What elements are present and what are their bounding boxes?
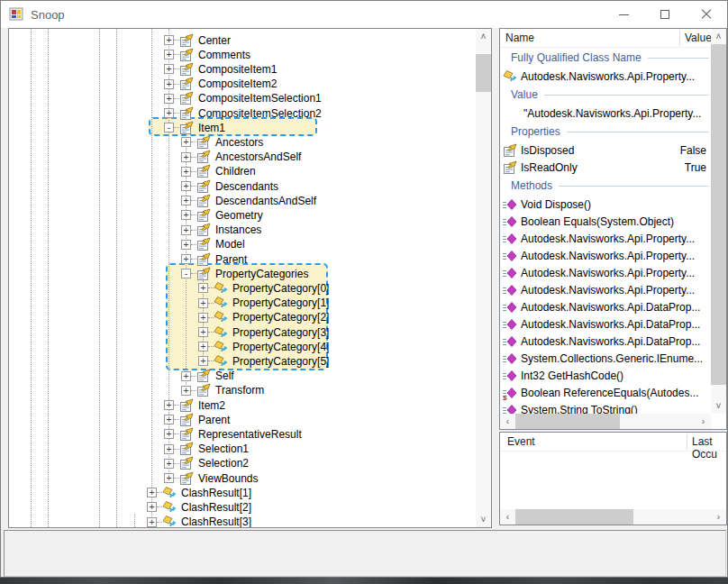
maximize-button[interactable] [644, 1, 686, 28]
tree-node-propertycategories[interactable]: -PropertyCategories [181, 266, 310, 281]
scroll-up-button[interactable]: ˄ [476, 29, 491, 44]
minimize-button[interactable] [603, 1, 644, 28]
tree-node-ancestorsandself[interactable]: +AncestorsAndSelf [181, 150, 303, 165]
column-name[interactable]: Name [505, 32, 534, 44]
titlebar[interactable]: Snoop [1, 1, 727, 28]
tree-node-viewbounds[interactable]: +ViewBounds [164, 470, 260, 486]
tree-node-selection2[interactable]: +Selection2 [164, 456, 250, 471]
inspector-row[interactable]: Boolean Equals(System.Object) [500, 213, 711, 230]
expand-toggle[interactable]: + [181, 240, 191, 250]
expand-toggle[interactable]: + [164, 400, 174, 410]
scroll-down-button[interactable]: ˅ [711, 398, 726, 414]
tree-node-clashresult-2-[interactable]: +ClashResult[2] [147, 499, 253, 515]
expand-toggle[interactable]: + [164, 429, 174, 439]
inspector-row[interactable]: Autodesk.Navisworks.Api.Property... [500, 281, 711, 298]
scroll-up-button[interactable]: ˄ [711, 29, 726, 44]
expand-toggle[interactable]: + [181, 225, 191, 235]
expand-toggle[interactable]: + [164, 108, 174, 118]
inspector-row[interactable]: Autodesk.Navisworks.Api.Property... [500, 68, 711, 85]
events-hscrollbar-thumb[interactable] [515, 509, 633, 525]
expand-toggle[interactable]: + [181, 152, 191, 162]
close-button[interactable] [686, 1, 727, 28]
tree-node-self[interactable]: +Self [181, 369, 236, 384]
tree-node-item2[interactable]: +Item2 [164, 397, 227, 413]
inspector-vscrollbar-thumb[interactable] [711, 44, 726, 385]
inspector-hscrollbar-thumb[interactable] [515, 414, 620, 429]
tree-vertical-scrollbar[interactable]: ˄ ˅ [476, 29, 491, 527]
collapse-toggle[interactable]: - [181, 269, 191, 278]
expand-toggle[interactable]: + [164, 459, 174, 469]
expand-toggle[interactable]: + [198, 298, 208, 308]
expand-toggle[interactable]: + [181, 181, 191, 191]
tree-node-compositeitemselection2[interactable]: +CompositeItemSelection2 [164, 105, 323, 121]
expand-toggle[interactable]: + [198, 283, 208, 293]
tree-node-geometry[interactable]: +Geometry [181, 207, 265, 223]
tree-node-model[interactable]: +Model [181, 237, 247, 252]
expand-toggle[interactable]: + [181, 210, 191, 220]
tree-node-descendantsandself[interactable]: +DescendantsAndSelf [181, 193, 318, 208]
inspector-row[interactable]: System.Collections.Generic.IEnume... [500, 350, 711, 367]
inspector-row[interactable]: Int32 GetHashCode() [500, 367, 711, 384]
inspector-row[interactable]: Autodesk.Navisworks.Api.DataProp... [500, 315, 711, 333]
expand-toggle[interactable]: + [181, 167, 191, 177]
tree-node-selection1[interactable]: +Selection1 [164, 442, 250, 457]
inspector-row[interactable]: Void Dispose() [500, 196, 711, 213]
expand-toggle[interactable]: + [164, 50, 174, 59]
column-divider[interactable] [687, 434, 687, 450]
tree-node-propertycategory-1-[interactable]: +PropertyCategory[1] [198, 296, 331, 311]
tree-node-descendants[interactable]: +Descendants [181, 178, 280, 194]
scroll-right-button[interactable]: › [711, 509, 726, 525]
scroll-left-button[interactable]: ‹ [500, 509, 515, 525]
inspector-row[interactable]: Autodesk.Navisworks.Api.DataProp... [500, 298, 711, 315]
tree-node-instances[interactable]: +Instances [181, 223, 263, 238]
collapse-toggle[interactable]: - [164, 123, 174, 132]
column-last-occurrence[interactable]: Last Occu [692, 435, 726, 461]
expand-toggle[interactable]: + [198, 313, 208, 323]
expand-toggle[interactable]: + [198, 327, 208, 337]
expand-toggle[interactable]: + [147, 502, 157, 512]
inspector-row[interactable]: IsDisposedFalse [500, 141, 711, 159]
vertical-splitter[interactable] [492, 28, 499, 528]
tree-node-ancestors[interactable]: +Ancestors [181, 134, 265, 150]
expand-toggle[interactable]: + [164, 64, 174, 74]
inspector-row[interactable]: Autodesk.Navisworks.Api.Property... [500, 247, 711, 264]
expand-toggle[interactable]: + [181, 137, 191, 147]
tree-node-propertycategory-5-[interactable]: +PropertyCategory[5] [198, 353, 331, 369]
inspector-vertical-scrollbar[interactable]: ˄ ˅ [711, 29, 726, 414]
tree-node-compositeitemselection1[interactable]: +CompositeItemSelection1 [164, 91, 323, 106]
tree-node-transform[interactable]: +Transform [181, 383, 266, 398]
expand-toggle[interactable]: + [181, 254, 191, 264]
expand-toggle[interactable]: + [164, 94, 174, 104]
tree-node-propertycategory-3-[interactable]: +PropertyCategory[3] [198, 324, 331, 340]
tree-node-clashresult-1-[interactable]: +ClashResult[1] [147, 485, 253, 500]
tree-scrollbar-thumb[interactable] [476, 54, 491, 92]
inspector-row[interactable]: System.String ToString() [500, 401, 711, 415]
tree-node-compositeitem2[interactable]: +CompositeItem2 [164, 77, 278, 92]
inspector-row[interactable]: "Autodesk.Navisworks.Api.Property... [500, 105, 711, 122]
inspector-horizontal-scrollbar[interactable]: ‹ › [500, 414, 711, 429]
expand-toggle[interactable]: + [164, 415, 174, 424]
tree-node-children[interactable]: +Children [181, 164, 258, 179]
column-value[interactable]: Value [685, 32, 712, 44]
tree-node-clashresult-3-[interactable]: +ClashResult[3] [147, 515, 253, 527]
scroll-down-button[interactable]: ˅ [476, 512, 491, 527]
tree-node-comments[interactable]: +Comments [164, 47, 252, 62]
expand-toggle[interactable]: + [181, 371, 191, 381]
expand-toggle[interactable]: + [164, 35, 174, 45]
scroll-left-button[interactable]: ‹ [500, 414, 515, 429]
expand-toggle[interactable]: + [198, 356, 208, 366]
tree-node-propertycategory-0-[interactable]: +PropertyCategory[0] [198, 280, 331, 296]
expand-toggle[interactable]: + [164, 473, 174, 483]
scroll-right-button[interactable]: › [696, 414, 711, 429]
events-horizontal-scrollbar[interactable]: ‹ › [500, 509, 726, 525]
expand-toggle[interactable]: + [147, 488, 157, 497]
inspector-row[interactable]: Autodesk.Navisworks.Api.DataProp... [500, 333, 711, 350]
tree-node-parent[interactable]: +Parent [164, 412, 232, 427]
column-divider[interactable] [679, 31, 680, 46]
expand-toggle[interactable]: + [198, 342, 208, 351]
inspector-row[interactable]: sBoolean ReferenceEquals(Autodes... [500, 384, 711, 401]
tree-node-center[interactable]: +Center [164, 32, 232, 48]
tree-node-representativeresult[interactable]: +RepresentativeResult [164, 426, 304, 442]
expand-toggle[interactable]: + [164, 79, 174, 89]
tree-node-propertycategory-4-[interactable]: +PropertyCategory[4] [198, 339, 331, 354]
